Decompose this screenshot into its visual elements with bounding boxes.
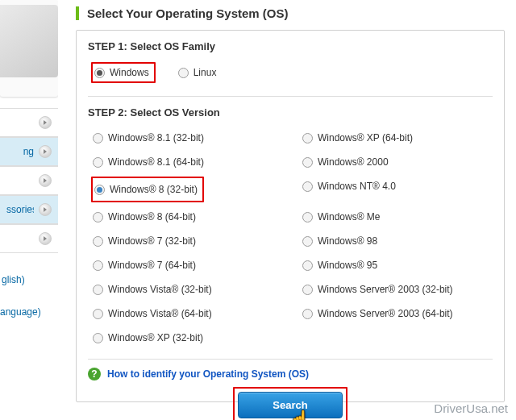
radio-icon bbox=[93, 260, 103, 271]
radio-label: Windows NT® 4.0 bbox=[318, 181, 396, 192]
main-content: Select Your Operating System (OS) STEP 1… bbox=[58, 0, 516, 420]
radio-icon bbox=[94, 185, 105, 195]
radio-label: Windows® XP (64-bit) bbox=[318, 132, 413, 143]
radio-icon bbox=[93, 333, 103, 343]
help-row: ? How to identify your Operating System … bbox=[88, 359, 493, 382]
radio-os-version[interactable]: Windows® 8.1 (64-bit) bbox=[93, 152, 283, 172]
radio-label: Windows Server® 2003 (32-bit) bbox=[318, 284, 453, 295]
step1-label: STEP 1: Select OS Family bbox=[88, 40, 493, 52]
radio-label: Windows® 98 bbox=[318, 235, 377, 247]
language-link-partial[interactable]: anguage) bbox=[0, 306, 58, 318]
radio-os-version[interactable]: Windows Server® 2003 (32-bit) bbox=[302, 280, 493, 299]
radio-label: Windows® XP (32-bit) bbox=[108, 332, 203, 343]
radio-label: Linux bbox=[194, 67, 217, 78]
radio-label: Windows Vista® (64-bit) bbox=[108, 308, 212, 319]
chevron-right-icon bbox=[39, 203, 52, 216]
radio-icon bbox=[93, 157, 103, 168]
sidebar-item-label: ng bbox=[23, 146, 34, 157]
radio-label: Windows Server® 2003 (64-bit) bbox=[318, 308, 453, 319]
sidebar-item-label: ssories bbox=[6, 204, 34, 215]
radio-label: Windows bbox=[110, 67, 149, 78]
radio-icon bbox=[302, 309, 313, 319]
highlight-windows: Windows bbox=[91, 62, 156, 83]
chevron-right-icon bbox=[39, 232, 52, 245]
radio-icon bbox=[302, 133, 313, 143]
radio-label: Windows® 95 bbox=[318, 260, 377, 271]
help-link[interactable]: How to identify your Operating System (O… bbox=[107, 368, 309, 380]
sidebar-item[interactable] bbox=[0, 166, 58, 195]
language-text-partial: glish) bbox=[0, 274, 58, 285]
step2-label: STEP 2: Select OS Version bbox=[88, 106, 493, 119]
os-version-grid: Windows® 8.1 (32-bit) Windows® XP (64-bi… bbox=[88, 127, 493, 351]
radio-icon bbox=[93, 309, 103, 319]
section-title: Select Your Operating System (OS) bbox=[76, 6, 505, 20]
radio-os-version[interactable]: Windows® XP (64-bit) bbox=[302, 128, 493, 148]
sidebar-item[interactable]: ng bbox=[0, 137, 58, 166]
radio-icon bbox=[93, 133, 103, 143]
radio-os-version[interactable]: Windows® 8 (64-bit) bbox=[93, 207, 283, 227]
watermark: DriverUsa.net bbox=[434, 401, 508, 415]
radio-label: Windows® 8 (32-bit) bbox=[110, 184, 198, 195]
sidebar-item[interactable] bbox=[0, 108, 58, 137]
radio-os-version[interactable]: Windows Vista® (32-bit) bbox=[93, 280, 283, 299]
radio-icon bbox=[93, 212, 103, 222]
separator bbox=[88, 96, 493, 97]
radio-label: Windows® 2000 bbox=[318, 156, 389, 168]
radio-icon bbox=[94, 68, 105, 78]
radio-os-family-windows[interactable]: Windows bbox=[94, 67, 149, 78]
radio-os-version[interactable]: Windows® Me bbox=[302, 207, 493, 227]
chevron-right-icon bbox=[39, 174, 52, 187]
sidebar-item[interactable]: ssories bbox=[0, 195, 58, 224]
radio-label: Windows® 8.1 (64-bit) bbox=[108, 156, 204, 168]
radio-os-version[interactable]: Windows® 95 bbox=[302, 256, 493, 275]
radio-icon bbox=[302, 157, 313, 168]
radio-os-version[interactable]: Windows Server® 2003 (64-bit) bbox=[302, 304, 493, 323]
radio-icon bbox=[302, 181, 313, 192]
radio-label: Windows® 7 (32-bit) bbox=[108, 235, 196, 247]
chevron-right-icon bbox=[39, 116, 52, 129]
radio-os-version[interactable]: Windows NT® 4.0 bbox=[302, 177, 493, 196]
radio-label: Windows® Me bbox=[318, 211, 381, 222]
radio-os-family-linux[interactable]: Linux bbox=[178, 67, 217, 78]
radio-icon bbox=[302, 212, 313, 222]
radio-icon bbox=[178, 68, 189, 78]
radio-label: Windows® 7 (64-bit) bbox=[108, 260, 196, 271]
radio-os-version[interactable]: Windows® 7 (64-bit) bbox=[93, 256, 283, 275]
chevron-right-icon bbox=[39, 145, 52, 158]
radio-os-version[interactable]: Windows® 98 bbox=[302, 231, 493, 251]
radio-icon bbox=[93, 236, 103, 247]
radio-os-version[interactable]: Windows® 2000 bbox=[302, 152, 493, 172]
highlight-search: Search bbox=[233, 387, 347, 420]
radio-os-version[interactable]: Windows Vista® (64-bit) bbox=[93, 304, 283, 323]
sidebar-item[interactable] bbox=[0, 224, 58, 253]
radio-label: Windows® 8.1 (32-bit) bbox=[108, 132, 204, 143]
radio-label: Windows® 8 (64-bit) bbox=[108, 211, 196, 222]
radio-label: Windows Vista® (32-bit) bbox=[108, 284, 212, 295]
radio-icon bbox=[302, 285, 313, 295]
radio-icon bbox=[93, 285, 103, 295]
radio-os-version[interactable]: Windows® 8.1 (32-bit) bbox=[93, 128, 283, 148]
product-image bbox=[0, 0, 58, 97]
highlight-win8: Windows® 8 (32-bit) bbox=[91, 177, 204, 202]
os-selection-panel: STEP 1: Select OS Family Windows Linux S… bbox=[76, 30, 505, 402]
left-sidebar: ng ssories glish) anguage) bbox=[0, 0, 58, 420]
radio-icon bbox=[302, 260, 313, 271]
radio-os-version-selected[interactable]: Windows® 8 (32-bit) bbox=[94, 180, 198, 199]
radio-icon bbox=[302, 236, 313, 247]
os-family-group: Windows Linux bbox=[88, 60, 493, 88]
radio-os-version[interactable]: Windows® XP (32-bit) bbox=[93, 328, 283, 347]
help-icon: ? bbox=[88, 368, 101, 380]
search-button[interactable]: Search bbox=[238, 392, 342, 418]
radio-os-version[interactable]: Windows® 7 (32-bit) bbox=[93, 231, 283, 251]
